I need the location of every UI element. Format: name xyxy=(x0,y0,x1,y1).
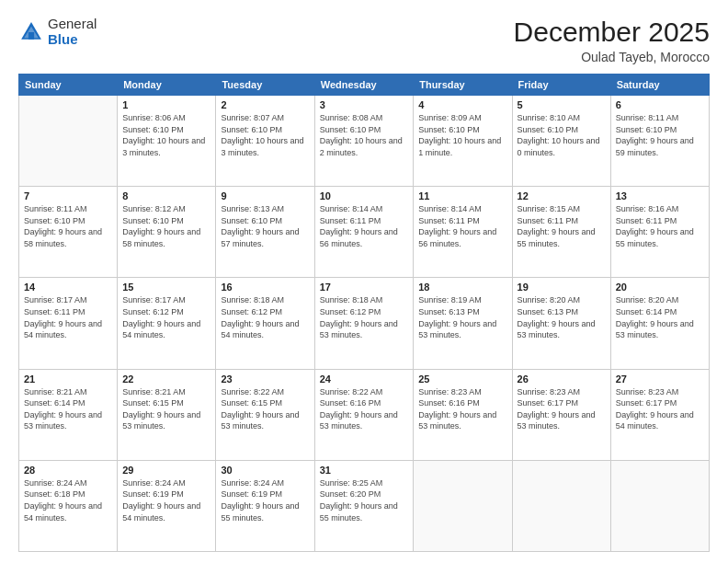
table-row xyxy=(610,460,709,551)
col-sunday: Sunday xyxy=(19,75,118,96)
table-row: 10Sunrise: 8:14 AM Sunset: 6:11 PM Dayli… xyxy=(314,187,414,278)
day-number: 23 xyxy=(221,373,309,385)
day-number: 17 xyxy=(320,282,409,293)
table-row: 7Sunrise: 8:11 AM Sunset: 6:10 PM Daylig… xyxy=(19,187,118,278)
table-row: 30Sunrise: 8:24 AM Sunset: 6:19 PM Dayli… xyxy=(216,460,314,551)
day-number: 11 xyxy=(418,190,506,201)
day-info: Sunrise: 8:17 AM Sunset: 6:12 PM Dayligh… xyxy=(122,294,210,340)
table-row: 20Sunrise: 8:20 AM Sunset: 6:14 PM Dayli… xyxy=(610,278,709,369)
table-row: 18Sunrise: 8:19 AM Sunset: 6:13 PM Dayli… xyxy=(414,278,512,369)
svg-rect-2 xyxy=(28,32,34,40)
day-number: 31 xyxy=(320,465,409,476)
col-saturday: Saturday xyxy=(610,75,709,96)
location-subtitle: Oulad Tayeb, Morocco xyxy=(514,50,710,64)
day-number: 27 xyxy=(616,373,704,385)
day-info: Sunrise: 8:07 AM Sunset: 6:10 PM Dayligh… xyxy=(221,112,309,158)
logo: General Blue xyxy=(18,17,97,47)
col-wednesday: Wednesday xyxy=(314,75,414,96)
calendar-header-row: Sunday Monday Tuesday Wednesday Thursday… xyxy=(19,75,710,96)
page: General Blue December 2025 Oulad Tayeb, … xyxy=(0,0,728,563)
day-number: 3 xyxy=(320,99,409,110)
day-info: Sunrise: 8:23 AM Sunset: 6:17 PM Dayligh… xyxy=(616,386,704,432)
day-info: Sunrise: 8:23 AM Sunset: 6:17 PM Dayligh… xyxy=(518,386,606,432)
day-info: Sunrise: 8:21 AM Sunset: 6:15 PM Dayligh… xyxy=(122,386,210,432)
table-row: 28Sunrise: 8:24 AM Sunset: 6:18 PM Dayli… xyxy=(19,460,118,551)
calendar-table: Sunday Monday Tuesday Wednesday Thursday… xyxy=(18,74,710,552)
table-row: 12Sunrise: 8:15 AM Sunset: 6:11 PM Dayli… xyxy=(512,187,610,278)
title-block: December 2025 Oulad Tayeb, Morocco xyxy=(514,17,710,64)
day-number: 7 xyxy=(24,190,112,201)
day-info: Sunrise: 8:08 AM Sunset: 6:10 PM Dayligh… xyxy=(320,112,409,158)
day-number: 14 xyxy=(24,282,112,293)
table-row: 17Sunrise: 8:18 AM Sunset: 6:12 PM Dayli… xyxy=(314,278,414,369)
table-row: 22Sunrise: 8:21 AM Sunset: 6:15 PM Dayli… xyxy=(118,369,216,460)
day-info: Sunrise: 8:18 AM Sunset: 6:12 PM Dayligh… xyxy=(320,294,409,340)
day-info: Sunrise: 8:09 AM Sunset: 6:10 PM Dayligh… xyxy=(418,112,506,158)
table-row xyxy=(512,460,610,551)
month-title: December 2025 xyxy=(514,17,710,48)
table-row: 29Sunrise: 8:24 AM Sunset: 6:19 PM Dayli… xyxy=(118,460,216,551)
day-number: 29 xyxy=(122,465,210,476)
day-info: Sunrise: 8:06 AM Sunset: 6:10 PM Dayligh… xyxy=(122,112,210,158)
table-row: 4Sunrise: 8:09 AM Sunset: 6:10 PM Daylig… xyxy=(414,96,512,187)
table-row: 31Sunrise: 8:25 AM Sunset: 6:20 PM Dayli… xyxy=(314,460,414,551)
table-row: 24Sunrise: 8:22 AM Sunset: 6:16 PM Dayli… xyxy=(314,369,414,460)
table-row: 5Sunrise: 8:10 AM Sunset: 6:10 PM Daylig… xyxy=(512,96,610,187)
day-number: 12 xyxy=(518,190,606,201)
table-row: 6Sunrise: 8:11 AM Sunset: 6:10 PM Daylig… xyxy=(610,96,709,187)
day-number: 22 xyxy=(122,373,210,385)
table-row: 19Sunrise: 8:20 AM Sunset: 6:13 PM Dayli… xyxy=(512,278,610,369)
day-info: Sunrise: 8:10 AM Sunset: 6:10 PM Dayligh… xyxy=(518,112,606,158)
table-row: 15Sunrise: 8:17 AM Sunset: 6:12 PM Dayli… xyxy=(118,278,216,369)
day-info: Sunrise: 8:16 AM Sunset: 6:11 PM Dayligh… xyxy=(616,203,704,249)
table-row: 26Sunrise: 8:23 AM Sunset: 6:17 PM Dayli… xyxy=(512,369,610,460)
table-row: 13Sunrise: 8:16 AM Sunset: 6:11 PM Dayli… xyxy=(610,187,709,278)
table-row: 2Sunrise: 8:07 AM Sunset: 6:10 PM Daylig… xyxy=(216,96,314,187)
day-info: Sunrise: 8:24 AM Sunset: 6:19 PM Dayligh… xyxy=(122,477,210,523)
day-number: 30 xyxy=(221,465,309,476)
table-row: 25Sunrise: 8:23 AM Sunset: 6:16 PM Dayli… xyxy=(414,369,512,460)
table-row: 21Sunrise: 8:21 AM Sunset: 6:14 PM Dayli… xyxy=(19,369,118,460)
day-number: 19 xyxy=(518,282,606,293)
day-info: Sunrise: 8:22 AM Sunset: 6:16 PM Dayligh… xyxy=(320,386,409,432)
day-number: 15 xyxy=(122,282,210,293)
day-number: 25 xyxy=(418,373,506,385)
logo-general-text: General xyxy=(48,17,97,32)
table-row xyxy=(19,96,118,187)
logo-icon xyxy=(18,19,44,45)
day-number: 6 xyxy=(616,99,704,110)
col-tuesday: Tuesday xyxy=(216,75,314,96)
table-row xyxy=(414,460,512,551)
day-number: 2 xyxy=(221,99,309,110)
day-number: 9 xyxy=(221,190,309,201)
table-row: 23Sunrise: 8:22 AM Sunset: 6:15 PM Dayli… xyxy=(216,369,314,460)
day-number: 16 xyxy=(221,282,309,293)
logo-blue-text: Blue xyxy=(48,32,97,48)
table-row: 9Sunrise: 8:13 AM Sunset: 6:10 PM Daylig… xyxy=(216,187,314,278)
day-number: 5 xyxy=(518,99,606,110)
day-info: Sunrise: 8:20 AM Sunset: 6:14 PM Dayligh… xyxy=(616,294,704,340)
day-info: Sunrise: 8:23 AM Sunset: 6:16 PM Dayligh… xyxy=(418,386,506,432)
day-info: Sunrise: 8:14 AM Sunset: 6:11 PM Dayligh… xyxy=(418,203,506,249)
logo-text: General Blue xyxy=(48,17,97,47)
day-number: 10 xyxy=(320,190,409,201)
table-row: 1Sunrise: 8:06 AM Sunset: 6:10 PM Daylig… xyxy=(118,96,216,187)
col-thursday: Thursday xyxy=(414,75,512,96)
day-info: Sunrise: 8:11 AM Sunset: 6:10 PM Dayligh… xyxy=(24,203,112,249)
day-number: 21 xyxy=(24,373,112,385)
table-row: 14Sunrise: 8:17 AM Sunset: 6:11 PM Dayli… xyxy=(19,278,118,369)
header: General Blue December 2025 Oulad Tayeb, … xyxy=(18,17,710,64)
day-info: Sunrise: 8:19 AM Sunset: 6:13 PM Dayligh… xyxy=(418,294,506,340)
table-row: 11Sunrise: 8:14 AM Sunset: 6:11 PM Dayli… xyxy=(414,187,512,278)
day-number: 13 xyxy=(616,190,704,201)
day-info: Sunrise: 8:18 AM Sunset: 6:12 PM Dayligh… xyxy=(221,294,309,340)
day-number: 28 xyxy=(24,465,112,476)
day-number: 1 xyxy=(122,99,210,110)
table-row: 27Sunrise: 8:23 AM Sunset: 6:17 PM Dayli… xyxy=(610,369,709,460)
col-monday: Monday xyxy=(118,75,216,96)
day-number: 8 xyxy=(122,190,210,201)
day-info: Sunrise: 8:13 AM Sunset: 6:10 PM Dayligh… xyxy=(221,203,309,249)
day-info: Sunrise: 8:22 AM Sunset: 6:15 PM Dayligh… xyxy=(221,386,309,432)
day-info: Sunrise: 8:14 AM Sunset: 6:11 PM Dayligh… xyxy=(320,203,409,249)
col-friday: Friday xyxy=(512,75,610,96)
